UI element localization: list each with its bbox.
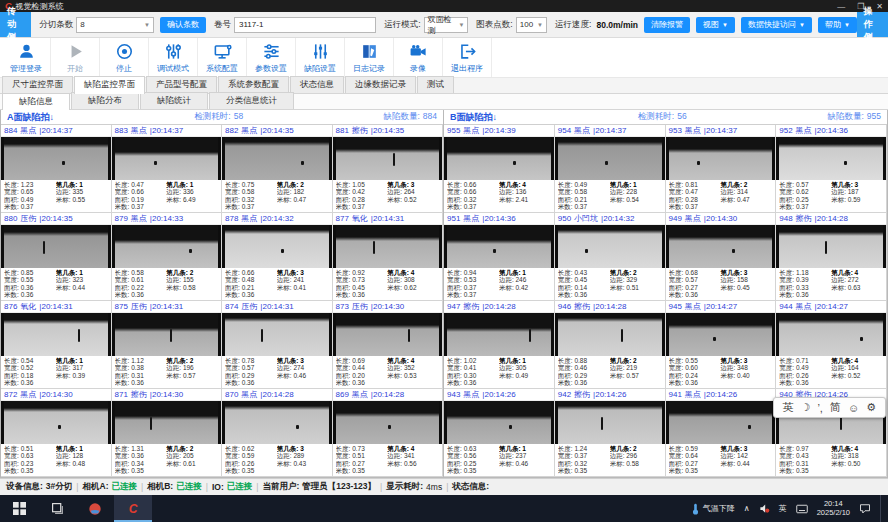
parameter-settings-button[interactable]: 参数设置 xyxy=(247,38,296,77)
defect-cell[interactable]: 945 黑点 |20:14:27 长度: 0.55 宽度: 0.60 面积: 0… xyxy=(666,301,777,389)
system-config-button[interactable]: 系统配置 xyxy=(198,38,247,77)
defect-cell[interactable]: 874 压伤 |20:14:31 长度: 0.78 宽度: 0.57 面积: 0… xyxy=(222,301,333,389)
defect-thumbnail-image[interactable] xyxy=(1,313,111,356)
defect-cell[interactable]: 951 黑点 |20:14:36 长度: 0.94 宽度: 0.53 面积: 0… xyxy=(444,213,555,301)
main-tab-1[interactable]: 缺陷监控界面 xyxy=(74,76,145,94)
simplified-toggle[interactable]: 简 xyxy=(830,400,841,415)
main-tab-3[interactable]: 系统参数配置 xyxy=(218,76,289,93)
transmission-side-button[interactable]: 传动侧 xyxy=(0,12,31,37)
moon-icon[interactable]: ☽ xyxy=(801,401,811,414)
ime-language-indicator[interactable]: 英 xyxy=(779,503,787,514)
tray-chevron-up[interactable]: ∧ xyxy=(744,504,750,513)
defect-cell[interactable]: 872 黑点 |20:14:30 长度: 0.51 宽度: 0.63 面积: 0… xyxy=(1,389,112,477)
defect-cell[interactable]: 873 压伤 |20:14:30 长度: 0.69 宽度: 0.44 面积: 0… xyxy=(333,301,444,389)
defect-thumbnail-image[interactable] xyxy=(776,225,886,268)
help-menu-button[interactable]: 帮助▼ xyxy=(818,17,857,33)
exit-program-button[interactable]: 退出程序 xyxy=(443,38,492,77)
defect-thumbnail-image[interactable] xyxy=(666,225,776,268)
stop-button[interactable]: 停止 xyxy=(100,38,149,77)
defect-thumbnail-image[interactable] xyxy=(444,401,554,444)
defect-thumbnail-image[interactable] xyxy=(333,225,443,268)
emoji-icon[interactable]: ☺ xyxy=(848,402,859,414)
defect-thumbnail-image[interactable] xyxy=(1,225,111,268)
defect-cell[interactable]: 944 黑点 |20:14:27 长度: 0.71 宽度: 0.49 面积: 0… xyxy=(776,301,887,389)
defect-cell[interactable]: 869 黑点 |20:14:28 长度: 0.73 宽度: 0.51 面积: 0… xyxy=(333,389,444,477)
record-video-button[interactable]: 录像 xyxy=(394,38,443,77)
defect-thumbnail-image[interactable] xyxy=(555,401,665,444)
taskbar-clock[interactable]: 20:14 2025/2/10 xyxy=(817,500,850,517)
defect-thumbnail-image[interactable] xyxy=(555,225,665,268)
defect-cell[interactable]: 952 黑点 |20:14:36 长度: 0.57 宽度: 0.62 面积: 0… xyxy=(776,125,887,213)
defect-cell[interactable]: 941 黑点 |20:14:26 长度: 0.59 宽度: 0.64 面积: 0… xyxy=(666,389,777,477)
defect-cell[interactable]: 955 黑点 |20:14:39 长度: 0.66 宽度: 0.66 面积: 0… xyxy=(444,125,555,213)
sub-tab-0[interactable]: 缺陷信息 xyxy=(2,93,70,110)
pinned-app-button[interactable] xyxy=(76,495,114,522)
defect-thumbnail-image[interactable] xyxy=(333,137,443,180)
defect-thumbnail-image[interactable] xyxy=(222,137,332,180)
defect-thumbnail-image[interactable] xyxy=(333,313,443,356)
operation-side-button[interactable]: 操作侧 xyxy=(857,12,888,37)
defect-cell[interactable]: 943 黑点 |20:14:26 长度: 0.63 宽度: 0.56 面积: 0… xyxy=(444,389,555,477)
defect-cell[interactable]: 879 黑点 |20:14:33 长度: 0.58 宽度: 0.61 面积: 0… xyxy=(112,213,223,301)
defect-thumbnail-image[interactable] xyxy=(112,137,222,180)
volume-button[interactable] xyxy=(759,503,770,514)
chart-points-select[interactable]: 100▼ xyxy=(516,17,547,33)
defect-cell[interactable]: 880 压伤 |20:14:35 长度: 0.85 宽度: 0.55 面积: 0… xyxy=(1,213,112,301)
defect-cell[interactable]: 884 黑点 |20:14:37 长度: 1.23 宽度: 0.65 面积: 0… xyxy=(1,125,112,213)
defect-cell[interactable]: 875 压伤 |20:14:31 长度: 1.12 宽度: 0.38 面积: 0… xyxy=(112,301,223,389)
split-count-select[interactable]: 8▼ xyxy=(76,17,154,33)
defect-thumbnail-image[interactable] xyxy=(222,313,332,356)
defect-thumbnail-image[interactable] xyxy=(444,137,554,180)
defect-settings-button[interactable]: 缺陷设置 xyxy=(296,38,345,77)
show-desktop-button[interactable] xyxy=(880,495,884,522)
sub-tab-3[interactable]: 分类信息统计 xyxy=(209,92,294,109)
defect-cell[interactable]: 877 氧化 |20:14:31 长度: 0.92 宽度: 0.73 面积: 0… xyxy=(333,213,444,301)
panel-b-title[interactable]: B面缺陷拍↓ xyxy=(450,111,497,124)
defect-thumbnail-image[interactable] xyxy=(444,225,554,268)
start-menu-button[interactable] xyxy=(0,495,38,522)
start-button[interactable]: 开始 xyxy=(51,38,100,77)
defect-thumbnail-image[interactable] xyxy=(1,137,111,180)
main-tab-6[interactable]: 测试 xyxy=(417,76,454,93)
clear-alarm-button[interactable]: 清除报警 xyxy=(644,17,690,33)
log-record-button[interactable]: 日志记录 xyxy=(345,38,394,77)
view-menu-button[interactable]: 视图▼ xyxy=(696,17,735,33)
panel-a-title[interactable]: A面缺陷拍↓ xyxy=(7,111,54,124)
punctuation-toggle[interactable]: ’, xyxy=(817,402,823,414)
sub-tab-1[interactable]: 缺陷分布 xyxy=(71,92,139,109)
minimize-button[interactable]: — xyxy=(837,2,845,11)
defect-cell[interactable]: 948 擦伤 |20:14:28 长度: 1.18 宽度: 0.39 面积: 0… xyxy=(776,213,887,301)
defect-cell[interactable]: 876 氧化 |20:14:31 长度: 0.54 宽度: 0.52 面积: 0… xyxy=(1,301,112,389)
defect-cell[interactable]: 946 擦伤 |20:14:28 长度: 0.88 宽度: 0.46 面积: 0… xyxy=(555,301,666,389)
action-center-button[interactable] xyxy=(859,503,871,514)
defect-thumbnail-image[interactable] xyxy=(776,313,886,356)
touch-keyboard-button[interactable] xyxy=(796,504,808,514)
defect-cell[interactable]: 954 黑点 |20:14:37 长度: 0.49 宽度: 0.58 面积: 0… xyxy=(555,125,666,213)
run-mode-select[interactable]: 双面检测▼ xyxy=(424,17,469,33)
defect-cell[interactable]: 947 擦伤 |20:14:28 长度: 1.02 宽度: 0.41 面积: 0… xyxy=(444,301,555,389)
defect-cell[interactable]: 883 黑点 |20:14:37 长度: 0.47 宽度: 0.66 面积: 0… xyxy=(112,125,223,213)
defect-cell[interactable]: 878 黑点 |20:14:32 长度: 0.66 宽度: 0.48 面积: 0… xyxy=(222,213,333,301)
defect-thumbnail-image[interactable] xyxy=(333,401,443,444)
defect-thumbnail-image[interactable] xyxy=(222,225,332,268)
defect-thumbnail-image[interactable] xyxy=(222,401,332,444)
defect-thumbnail-image[interactable] xyxy=(776,137,886,180)
main-tab-4[interactable]: 状态信息 xyxy=(290,76,344,93)
gear-icon[interactable]: ⚙ xyxy=(866,401,876,414)
defect-cell[interactable]: 882 黑点 |20:14:35 长度: 0.75 宽度: 0.58 面积: 0… xyxy=(222,125,333,213)
defect-cell[interactable]: 870 黑点 |20:14:28 长度: 0.62 宽度: 0.59 面积: 0… xyxy=(222,389,333,477)
debug-mode-button[interactable]: 调试模式 xyxy=(149,38,198,77)
defect-cell[interactable]: 953 黑点 |20:14:37 长度: 0.81 宽度: 0.47 面积: 0… xyxy=(666,125,777,213)
defect-cell[interactable]: 881 擦伤 |20:14:35 长度: 1.05 宽度: 0.42 面积: 0… xyxy=(333,125,444,213)
data-quick-access-menu-button[interactable]: 数据快捷访问▼ xyxy=(741,17,812,33)
defect-cell[interactable]: 871 擦伤 |20:14:30 长度: 1.31 宽度: 0.36 面积: 0… xyxy=(112,389,223,477)
main-tab-0[interactable]: 尺寸监控界面 xyxy=(2,76,73,93)
admin-login-button[interactable]: 管理登录 xyxy=(2,38,51,77)
defect-thumbnail-image[interactable] xyxy=(112,313,222,356)
defect-thumbnail-image[interactable] xyxy=(444,313,554,356)
defect-thumbnail-image[interactable] xyxy=(555,313,665,356)
defect-thumbnail-image[interactable] xyxy=(666,401,776,444)
main-tab-5[interactable]: 边缘数据记录 xyxy=(345,76,416,93)
main-tab-2[interactable]: 产品型号配置 xyxy=(146,76,217,93)
defect-thumbnail-image[interactable] xyxy=(112,225,222,268)
